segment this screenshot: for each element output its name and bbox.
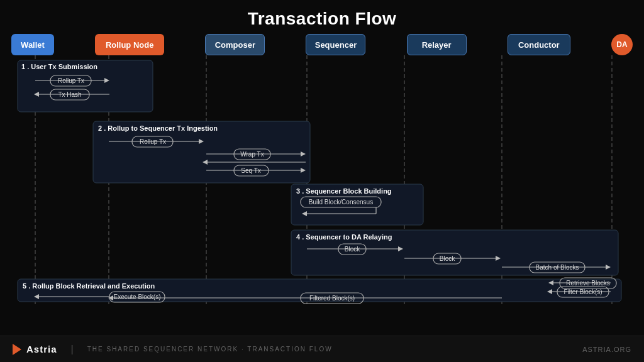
diagram-area: 1 . User Tx Submission Rollup Tx Tx Hash…: [11, 55, 633, 307]
lane-relayer: Relayer: [407, 34, 467, 55]
footer-url: ASTRIA.ORG: [582, 346, 631, 353]
svg-rect-40: [291, 230, 618, 275]
svg-rect-54: [18, 279, 621, 302]
svg-rect-33: [291, 184, 423, 225]
footer-separator: |: [71, 344, 74, 355]
svg-marker-61: [547, 289, 552, 294]
svg-marker-51: [606, 265, 611, 270]
svg-marker-24: [301, 151, 306, 156]
svg-text:Filtered Block(s): Filtered Block(s): [309, 295, 355, 302]
lane-sequencer: Sequencer: [306, 34, 365, 55]
svg-rect-21: [132, 136, 173, 147]
svg-marker-43: [398, 246, 403, 251]
footer: Astria | THE SHARED SEQUENCER NETWORK · …: [0, 336, 644, 362]
footer-tagline: THE SHARED SEQUENCER NETWORK · TRANSACTI…: [87, 346, 333, 353]
lanes-header: Wallet Rollup Node Composer Sequencer Re…: [0, 29, 644, 55]
svg-marker-71: [34, 294, 39, 299]
svg-marker-28: [203, 160, 208, 165]
svg-rect-35: [301, 197, 381, 207]
svg-text:Retrieve Blocks: Retrieve Blocks: [566, 280, 609, 287]
svg-marker-10: [104, 78, 109, 83]
astria-logo-icon: [13, 344, 21, 355]
svg-rect-48: [433, 253, 461, 264]
brand-name: Astria: [26, 344, 57, 354]
svg-text:3 .  Sequencer Block Building: 3 . Sequencer Block Building: [296, 187, 392, 195]
svg-text:Block: Block: [440, 255, 455, 262]
svg-text:1 .  User Tx Submission: 1 . User Tx Submission: [21, 63, 97, 70]
svg-rect-25: [234, 149, 270, 160]
svg-text:5 .  Rollup Block Retrieval an: 5 . Rollup Block Retrieval and Execution: [23, 282, 155, 290]
svg-text:Seq Tx: Seq Tx: [241, 167, 261, 174]
svg-rect-68: [109, 292, 165, 302]
svg-text:Rollup Tx: Rollup Tx: [58, 77, 84, 84]
svg-text:4 .  Sequencer to DA Relaying: 4 . Sequencer to DA Relaying: [296, 233, 392, 241]
footer-logo: Astria: [13, 344, 57, 355]
svg-text:Filter Block(s): Filter Block(s): [564, 288, 602, 295]
svg-text:2 .  Rollup to Sequencer Tx In: 2 . Rollup to Sequencer Tx Ingestion: [98, 124, 218, 132]
svg-text:Build Block/Consensus: Build Block/Consensus: [309, 199, 373, 206]
svg-text:Execute Block(s): Execute Block(s): [113, 293, 160, 300]
page-title: Transaction Flow: [0, 0, 644, 29]
svg-rect-15: [50, 89, 89, 100]
footer-left: Astria | THE SHARED SEQUENCER NETWORK · …: [13, 344, 333, 355]
svg-rect-58: [560, 278, 616, 288]
lane-conductor: Conductor: [508, 34, 570, 55]
svg-text:Block: Block: [345, 246, 360, 253]
svg-text:Rollup Tx: Rollup Tx: [140, 138, 166, 145]
svg-rect-17: [93, 121, 310, 183]
svg-marker-47: [496, 256, 501, 261]
svg-rect-31: [234, 165, 269, 176]
svg-marker-14: [34, 92, 39, 97]
svg-rect-7: [18, 60, 153, 112]
lane-rollup: Rollup Node: [95, 34, 164, 55]
svg-rect-44: [338, 244, 366, 255]
svg-marker-20: [199, 139, 204, 144]
svg-rect-11: [50, 75, 91, 86]
svg-text:Wrap Tx: Wrap Tx: [240, 151, 264, 158]
svg-text:Tx Hash: Tx Hash: [58, 91, 81, 98]
svg-marker-39: [302, 211, 307, 216]
lane-wallet: Wallet: [11, 34, 54, 55]
svg-rect-62: [557, 287, 609, 297]
svg-rect-66: [301, 293, 364, 304]
svg-marker-57: [548, 280, 553, 285]
svg-marker-65: [108, 295, 113, 300]
lane-da: DA: [611, 34, 633, 55]
svg-marker-30: [301, 168, 306, 173]
svg-rect-52: [530, 262, 585, 273]
lane-composer: Composer: [205, 34, 265, 55]
svg-text:Batch of Blocks: Batch of Blocks: [536, 264, 579, 271]
